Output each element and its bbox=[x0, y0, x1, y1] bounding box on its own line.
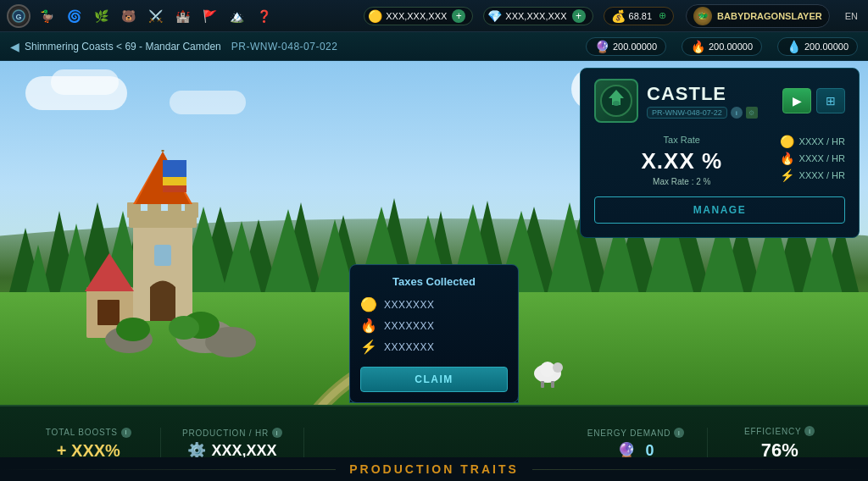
nav-icon-help[interactable]: ❓ bbox=[253, 5, 275, 27]
energy-info-icon[interactable]: i bbox=[674, 428, 684, 438]
resource-3-badge: 💧 200.00000 bbox=[777, 37, 858, 56]
svg-rect-50 bbox=[97, 300, 120, 325]
svg-point-56 bbox=[169, 316, 199, 340]
efficiency-label: EFFICIENCY i bbox=[744, 426, 815, 436]
breadcrumb-id: PR-WNW-048-07-022 bbox=[231, 41, 338, 53]
gold-add-icon[interactable]: ⊕ bbox=[659, 10, 666, 21]
svg-rect-44 bbox=[168, 202, 181, 218]
tax-resource-row-3: ⚡ XXXX / HR bbox=[780, 169, 845, 182]
svg-rect-59 bbox=[163, 177, 186, 185]
total-boosts-block: TOTAL BOOSTS i + XXX% bbox=[17, 428, 161, 461]
grid-button[interactable]: ⊞ bbox=[816, 88, 845, 113]
production-hr-info-icon[interactable]: i bbox=[272, 428, 282, 438]
tax-resource-value-1: XXXX / HR bbox=[799, 136, 845, 147]
svg-rect-42 bbox=[127, 202, 141, 218]
taxes-popup: Taxes Collected 🟡 XXXXXXX 🔥 XXXXXXX ⚡ XX… bbox=[349, 264, 519, 403]
total-boosts-info-icon[interactable]: i bbox=[121, 428, 131, 438]
traits-line-left bbox=[0, 469, 336, 470]
tax-resource-value-3: XXXX / HR bbox=[799, 170, 845, 180]
breadcrumb-back-button[interactable]: ◀ Shimmering Coasts < 69 - Mandar Camden bbox=[10, 40, 221, 53]
currency-2-badge: 💎 XXX,XXX,XXX + bbox=[483, 7, 593, 25]
game-scene: TOTAL BOOSTS i + XXX% PRODUCTION / HR i … bbox=[0, 61, 868, 481]
traits-line-right bbox=[532, 469, 868, 470]
taxes-icon-1: 🟡 bbox=[360, 296, 377, 312]
panel-header: CASTLE PR-WNW-048-07-22 i ⚙ ▶ ⊞ bbox=[594, 79, 845, 123]
svg-point-57 bbox=[116, 318, 150, 341]
taxes-icon-2: 🔥 bbox=[360, 318, 377, 334]
gold-value: 68.81 bbox=[629, 11, 653, 21]
panel-title-area: CASTLE PR-WNW-048-07-22 i ⚙ bbox=[647, 83, 774, 119]
currency-2-add-button[interactable]: + bbox=[572, 9, 586, 23]
tax-resource-icon-1: 🟡 bbox=[780, 135, 794, 148]
breadcrumb-text: Shimmering Coasts < 69 - Mandar Camden bbox=[25, 41, 221, 53]
top-nav-bar: G 🦆 🌀 🌿 🐻 ⚔️ 🏰 🚩 🏔️ ❓ 🟡 XXX,XXX,XXX + 💎 … bbox=[0, 0, 868, 32]
svg-text:G: G bbox=[15, 13, 21, 21]
total-boosts-label: TOTAL BOOSTS i bbox=[46, 428, 131, 438]
manage-button[interactable]: MANAGE bbox=[594, 196, 845, 224]
nav-icon-duck[interactable]: 🦆 bbox=[36, 5, 58, 27]
claim-button[interactable]: CLAIM bbox=[360, 367, 508, 392]
profile-badge[interactable]: 🐲 BABYDRAGONSLAYER bbox=[686, 4, 830, 28]
tax-section: Tax Rate X.XX % Max Rate : 2 % 🟡 XXXX / … bbox=[594, 135, 845, 186]
tax-rate-value: X.XX % bbox=[594, 148, 770, 174]
svg-rect-40 bbox=[154, 245, 171, 266]
castle-panel-logo bbox=[594, 79, 638, 123]
nav-icon-leaf[interactable]: 🌿 bbox=[90, 5, 112, 27]
nav-icon-game[interactable]: 🏔️ bbox=[225, 5, 248, 27]
nav-icon-bear[interactable]: 🐻 bbox=[117, 5, 139, 27]
castle-logo-icon bbox=[600, 85, 632, 117]
nav-icon-sword[interactable]: ⚔️ bbox=[144, 5, 166, 27]
gold-icon: 💰 bbox=[611, 9, 626, 23]
resource-3-value: 200.00000 bbox=[804, 41, 849, 52]
info-dot-1[interactable]: i bbox=[731, 107, 743, 119]
resource-3-icon: 💧 bbox=[787, 40, 801, 53]
production-hr-block: PRODUCTION / HR i ⚙️ XXX,XXX bbox=[161, 428, 305, 460]
energy-block: ENERGY DEMAND i 🔮 0 bbox=[565, 428, 709, 460]
nav-icon-castle[interactable]: 🏰 bbox=[171, 5, 193, 27]
svg-rect-43 bbox=[147, 202, 161, 218]
svg-point-70 bbox=[553, 362, 563, 373]
energy-demand-label: ENERGY DEMAND i bbox=[587, 428, 685, 438]
castle-subtitle: PR-WNW-048-07-22 i ⚙ bbox=[647, 107, 774, 119]
tax-rate-label: Tax Rate bbox=[594, 135, 770, 145]
breadcrumb-bar: ◀ Shimmering Coasts < 69 - Mandar Camden… bbox=[0, 32, 868, 61]
castle-structure bbox=[70, 143, 256, 363]
max-rate: Max Rate : 2 % bbox=[594, 177, 770, 186]
svg-point-67 bbox=[540, 362, 555, 377]
tax-right: 🟡 XXXX / HR 🔥 XXXX / HR ⚡ XXXX / HR bbox=[780, 135, 845, 182]
svg-rect-58 bbox=[163, 160, 186, 177]
panel-actions: ▶ ⊞ bbox=[782, 88, 845, 113]
nav-icon-flag[interactable]: 🚩 bbox=[198, 5, 220, 27]
taxes-row-3: ⚡ XXXXXXX bbox=[360, 339, 508, 355]
tax-resource-row-2: 🔥 XXXX / HR bbox=[780, 152, 845, 165]
energy-icon: 🔮 bbox=[617, 442, 636, 459]
currency-2-value: XXX,XXX,XXX bbox=[505, 11, 566, 21]
play-button[interactable]: ▶ bbox=[782, 88, 811, 113]
nav-logo[interactable]: G bbox=[7, 4, 31, 28]
nav-icon-swirl[interactable]: 🌀 bbox=[63, 5, 85, 27]
castle-title: CASTLE bbox=[647, 83, 774, 105]
taxes-value-3: XXXXXXX bbox=[384, 341, 435, 353]
currency-1-icon: 🟡 bbox=[368, 9, 382, 23]
taxes-row-2: 🔥 XXXXXXX bbox=[360, 318, 508, 334]
settings-dot[interactable]: ⚙ bbox=[746, 107, 758, 119]
production-hr-label: PRODUCTION / HR i bbox=[182, 428, 282, 438]
resource-2-icon: 🔥 bbox=[691, 40, 705, 53]
resource-2-badge: 🔥 200.00000 bbox=[682, 37, 762, 56]
tax-resource-value-2: XXXX / HR bbox=[799, 153, 845, 163]
svg-rect-45 bbox=[185, 202, 198, 218]
taxes-icon-3: ⚡ bbox=[360, 339, 377, 355]
taxes-row-1: 🟡 XXXXXXX bbox=[360, 296, 508, 312]
castle-panel: CASTLE PR-WNW-048-07-22 i ⚙ ▶ ⊞ Tax Rate… bbox=[580, 68, 860, 238]
resource-1-value: 200.00000 bbox=[613, 41, 657, 52]
currency-1-add-button[interactable]: + bbox=[452, 9, 465, 23]
efficiency-block: EFFICIENCY i 76% bbox=[708, 426, 851, 462]
cloud-2 bbox=[51, 69, 119, 95]
production-traits-label: PRODUCTION TRAITS bbox=[349, 462, 519, 476]
resource-1-badge: 🔮 200.00000 bbox=[586, 37, 666, 56]
language-selector[interactable]: EN bbox=[842, 9, 861, 23]
tax-left: Tax Rate X.XX % Max Rate : 2 % bbox=[594, 135, 770, 186]
efficiency-info-icon[interactable]: i bbox=[804, 426, 815, 436]
currency-1-value: XXX,XXX,XXX bbox=[386, 11, 447, 21]
profile-name: BABYDRAGONSLAYER bbox=[717, 11, 822, 21]
